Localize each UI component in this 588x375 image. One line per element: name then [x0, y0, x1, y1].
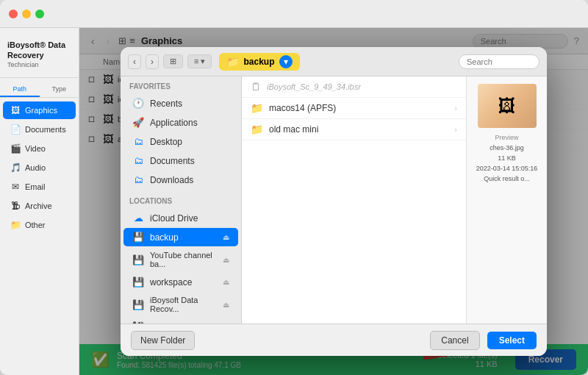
dialog-file-ibsr[interactable]: 🗒 iBoysoft_Sc_9_49_34.ibsr	[242, 76, 466, 98]
select-button[interactable]: Select	[487, 332, 537, 349]
main-content: ‹ › ⊞ ≡ Graphics ? Name Size Date Create…	[79, 28, 588, 375]
recents-icon: 🕐	[132, 98, 144, 109]
youtube-eject[interactable]: ⏏	[223, 256, 229, 264]
dialog-path-dropdown[interactable]: ▾	[279, 55, 293, 68]
preview-label: Preview	[495, 134, 518, 141]
app-body: iBoysoft® Data Recovery Technician Path …	[0, 28, 588, 375]
sidebar-item-other[interactable]: 📁 Other	[3, 216, 76, 234]
sidebar-item-email[interactable]: ✉ Email	[3, 178, 76, 196]
sidebar-item-graphics[interactable]: 🖼 Graphics	[3, 101, 76, 119]
macos14-icon: 📁	[251, 102, 263, 114]
locations-section: Locations ☁ iCloud Drive 💾 backup ⏏	[121, 191, 241, 324]
preview-date: 2022-03-14 15:05:16	[476, 165, 538, 172]
dialog-filelist: 🗒 iBoysoft_Sc_9_49_34.ibsr 📁 macos14 (AP…	[242, 76, 466, 324]
tab-path[interactable]: Path	[0, 82, 40, 97]
dialog-sidebar-desktop[interactable]: 🗂 Desktop	[123, 132, 238, 151]
minimize-button[interactable]	[22, 10, 31, 18]
sidebar-tabs: Path Type	[0, 82, 79, 98]
dialog-body: Favorites 🕐 Recents 🚀 Applications	[121, 76, 547, 324]
dialog-file-macos14[interactable]: 📁 macos14 (APFS) ›	[242, 98, 466, 119]
sidebar: iBoysoft® Data Recovery Technician Path …	[0, 28, 79, 375]
dialog-file-oldmac[interactable]: 📁 old mac mini ›	[242, 119, 466, 140]
downloads-icon: 🗂	[132, 174, 144, 185]
macos14-chevron: ›	[454, 104, 457, 113]
preview-size: 11 KB	[498, 154, 516, 162]
app-window: iBoysoft® Data Recovery Technician Path …	[0, 0, 588, 375]
dialog-forward-button[interactable]: ›	[146, 54, 159, 69]
save-dialog: ‹ › ⊞ ≡ ▾ 📁 backup ▾	[121, 47, 547, 356]
iboysoft-eject[interactable]: ⏏	[223, 301, 229, 309]
traffic-lights	[9, 10, 44, 18]
dialog-sidebar-iboysoft[interactable]: 💾 iBoysoft Data Recov... ⏏	[123, 292, 238, 317]
sidebar-item-audio[interactable]: 🎵 Audio	[3, 159, 76, 176]
dialog-sidebar-documents[interactable]: 🗂 Documents	[123, 151, 238, 170]
youtube-icon: 💾	[132, 254, 144, 265]
oldmac-chevron: ›	[454, 125, 457, 134]
dialog-overlay: ‹ › ⊞ ≡ ▾ 📁 backup ▾	[79, 28, 588, 375]
title-bar	[0, 0, 588, 28]
applications-icon: 🚀	[132, 117, 144, 128]
documents-icon: 📄	[10, 124, 21, 135]
backup-eject[interactable]: ⏏	[223, 233, 229, 241]
dialog-path-label: backup	[243, 57, 274, 67]
preview-filename: ches-36.jpg	[490, 144, 524, 151]
dialog-sidebar-workspace[interactable]: 💾 workspace ⏏	[123, 273, 238, 291]
app-subtitle: Technician	[7, 61, 71, 68]
close-button[interactable]	[9, 10, 18, 18]
video-icon: 🎬	[10, 143, 21, 154]
dialog-sidebar-recents[interactable]: 🕐 Recents	[123, 94, 238, 113]
ibsr-icon: 🗒	[251, 81, 261, 93]
dialog-path-pill[interactable]: 📁 backup ▾	[219, 53, 299, 71]
sidebar-item-documents[interactable]: 📄 Documents	[3, 121, 76, 138]
dialog-icon-view[interactable]: ⊞	[163, 54, 183, 68]
desktop-icon: 🗂	[132, 136, 144, 147]
dialog-sidebar-applications[interactable]: 🚀 Applications	[123, 113, 238, 132]
favorites-label: Favorites	[121, 82, 241, 93]
dialog-sidebar-icloud[interactable]: ☁ iCloud Drive	[123, 209, 238, 227]
preview-image: 🖼	[478, 84, 537, 128]
preview-panel: 🖼 Preview ches-36.jpg 11 KB 2022-03-14 1…	[466, 76, 547, 324]
new-folder-button[interactable]: New Folder	[131, 331, 195, 350]
iboysoft-icon: 💾	[132, 299, 144, 310]
icloud-icon: ☁	[132, 213, 144, 224]
documents-icon: 🗂	[132, 155, 144, 166]
graphics-icon: 🖼	[10, 105, 21, 115]
locations-label: Locations	[121, 197, 241, 208]
workspace-icon: 💾	[132, 276, 144, 288]
audio-icon: 🎵	[10, 162, 21, 173]
sidebar-brand: iBoysoft® Data Recovery Technician	[0, 34, 79, 78]
dialog-sidebar-downloads[interactable]: 🗂 Downloads	[123, 171, 238, 189]
dialog-sidebar-youtube[interactable]: 💾 YouTube channel ba... ⏏	[123, 247, 238, 272]
folder-icon: 📁	[226, 56, 239, 68]
tab-type[interactable]: Type	[40, 82, 79, 97]
favorites-section: Favorites 🕐 Recents 🚀 Applications	[121, 76, 241, 191]
dialog-sidebar-untitled[interactable]: 💾 Untitled ⏏	[123, 318, 238, 324]
dialog-sidebar: Favorites 🕐 Recents 🚀 Applications	[121, 76, 242, 324]
cancel-button[interactable]: Cancel	[430, 331, 479, 350]
archive-icon: 🗜	[10, 201, 21, 211]
app-title: iBoysoft® Data Recovery	[7, 40, 71, 61]
oldmac-icon: 📁	[251, 124, 263, 135]
sidebar-item-video[interactable]: 🎬 Video	[3, 140, 76, 157]
email-icon: ✉	[10, 182, 21, 192]
dialog-toolbar: ‹ › ⊞ ≡ ▾ 📁 backup ▾	[121, 47, 547, 76]
dialog-search-input[interactable]	[459, 54, 539, 69]
dialog-back-button[interactable]: ‹	[128, 54, 141, 69]
dialog-footer: New Folder Cancel Select	[121, 324, 547, 356]
other-icon: 📁	[10, 220, 21, 230]
dialog-list-view[interactable]: ≡ ▾	[187, 54, 212, 68]
dialog-sidebar-backup[interactable]: 💾 backup ⏏	[123, 228, 238, 246]
workspace-eject[interactable]: ⏏	[223, 278, 229, 286]
sidebar-item-archive[interactable]: 🗜 Archive	[3, 197, 76, 215]
preview-quick: Quick result o...	[484, 175, 530, 182]
maximize-button[interactable]	[35, 10, 44, 18]
backup-icon: 💾	[132, 232, 144, 243]
